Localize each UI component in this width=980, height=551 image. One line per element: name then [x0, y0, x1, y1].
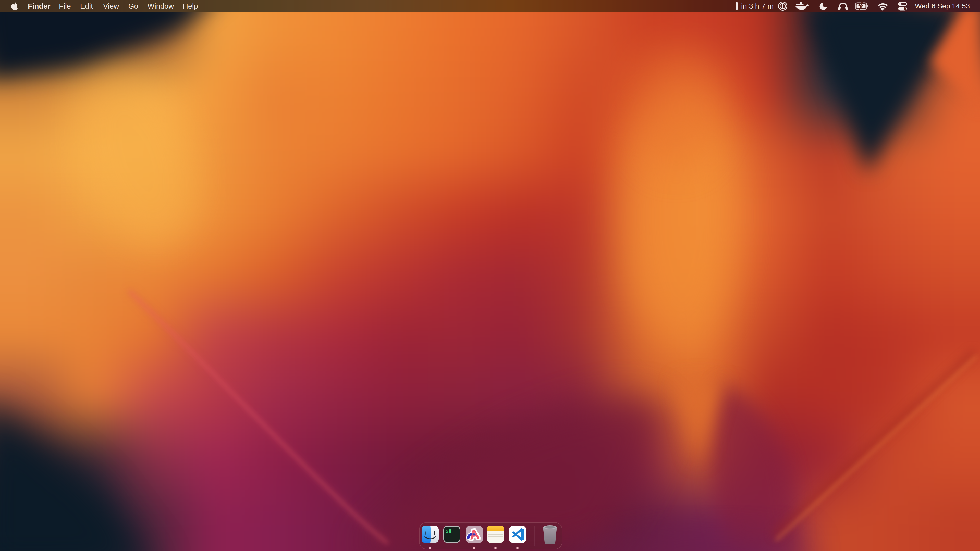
- svg-text:A: A: [469, 527, 480, 542]
- svg-text:$: $: [445, 529, 449, 534]
